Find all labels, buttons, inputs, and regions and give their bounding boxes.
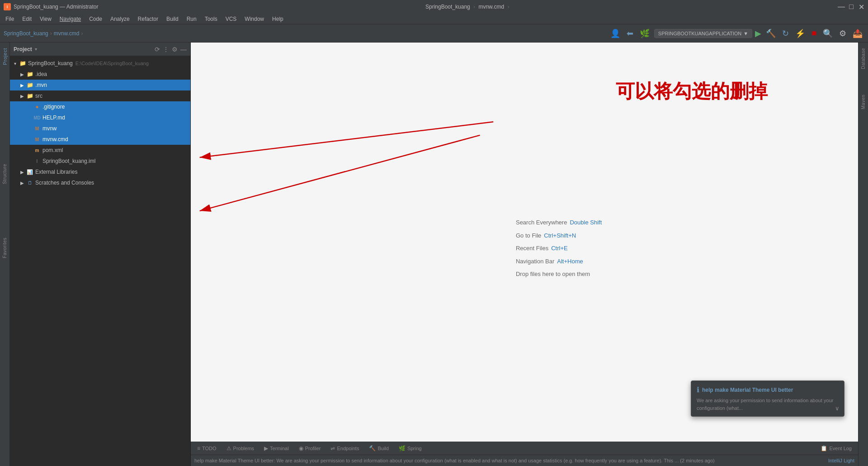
tab-build[interactable]: 🔨 Build — [364, 443, 393, 453]
tree-icon-src: 📁 — [26, 92, 33, 100]
back-button[interactable]: ⬅ — [625, 28, 635, 39]
tree-icon-help: MD — [33, 114, 41, 121]
tree-icon-iml: I — [33, 157, 41, 165]
tree-item-help-md[interactable]: ▶ MD HELP.md — [10, 112, 190, 123]
tree-label-mvn: .mvn — [35, 82, 47, 88]
notification-expand-button[interactable]: ∨ — [835, 405, 840, 412]
project-minimize-icon[interactable]: — — [180, 46, 187, 53]
tree-item-idea[interactable]: ▶ 📁 .idea — [10, 69, 190, 80]
tab-label-build: Build — [377, 446, 388, 451]
menu-help[interactable]: Help — [269, 15, 287, 23]
tab-event-log[interactable]: 📋 Event Log — [816, 443, 856, 453]
event-log-icon: 📋 — [821, 445, 827, 452]
notification-icon: ℹ — [697, 385, 699, 394]
tab-problems[interactable]: ⚠ Problems — [222, 443, 259, 453]
tab-terminal[interactable]: ▶ Terminal — [259, 443, 293, 453]
tree-label-iml: SpringBoot_kuang.iml — [42, 158, 95, 164]
menu-view[interactable]: View — [36, 15, 55, 23]
more-run-button[interactable]: ↻ — [780, 28, 791, 39]
build-tab-icon: 🔨 — [369, 445, 376, 452]
tab-label-terminal: Terminal — [270, 446, 289, 451]
sidebar-item-project[interactable]: Project — [1, 44, 9, 69]
user-icon[interactable]: 👤 — [609, 28, 622, 39]
tree-icon-gitignore: ● — [33, 103, 41, 110]
bottom-tabs-bar: ≡ TODO ⚠ Problems ▶ Terminal ◉ Profiler … — [191, 442, 858, 455]
sidebar-item-maven[interactable]: Maven — [860, 91, 867, 113]
menu-vcs[interactable]: VCS — [222, 15, 241, 23]
run-config-selector[interactable]: SPRINGBOOTKUANGAPPLICATION ▼ — [654, 29, 752, 38]
tree-item-iml[interactable]: ▶ I SpringBoot_kuang.iml — [10, 156, 190, 166]
tree-item-mvn[interactable]: ▶ 📁 .mvn — [10, 80, 190, 90]
spring-icon[interactable]: 🌿 — [638, 28, 651, 39]
shortcut-line-4: Navigation Bar Alt+Home — [516, 255, 602, 268]
app-icon: I — [4, 3, 11, 10]
shortcut-text-2: Go to File — [516, 229, 541, 242]
sidebar-item-favorites[interactable]: Favorites — [1, 234, 8, 262]
tree-icon-root: 📁 — [19, 60, 26, 67]
main-content: 可以将勾选的删掉 Search Everywhere Double Shift … — [191, 43, 858, 466]
toolbar-breadcrumb: SpringBoot_kuang › mvnw.cmd › — [4, 30, 83, 37]
menu-window[interactable]: Window — [241, 15, 268, 23]
tree-label-mvnw-cmd: mvnw.cmd — [42, 136, 68, 143]
shortcut-line-1: Search Everywhere Double Shift — [516, 216, 602, 229]
tab-endpoints[interactable]: ⇌ Endpoints — [326, 443, 363, 453]
tree-item-external-libs[interactable]: ▶ 📊 External Libraries — [10, 166, 190, 177]
terminal-icon: ▶ — [264, 445, 268, 452]
maximize-button[interactable]: □ — [848, 4, 854, 10]
run-config-name: SPRINGBOOTKUANGAPPLICATION — [658, 31, 741, 36]
minimize-button[interactable]: — — [838, 4, 844, 10]
run-button[interactable]: ▶ — [755, 29, 761, 38]
tree-item-scratches[interactable]: ▶ 🗒 Scratches and Consoles — [10, 177, 190, 188]
tab-label-event-log: Event Log — [829, 446, 852, 451]
project-sync-icon[interactable]: ⟳ — [155, 46, 160, 53]
toolbar: SpringBoot_kuang › mvnw.cmd › 👤 ⬅ 🌿 SPRI… — [0, 24, 868, 43]
menu-navigate[interactable]: Navigate — [56, 15, 85, 23]
menu-file[interactable]: File — [2, 15, 18, 23]
tab-todo[interactable]: ≡ TODO — [193, 443, 221, 453]
sidebar-item-structure[interactable]: Structure — [1, 160, 8, 188]
main-layout: Project Structure Favorites Project ▾ ⟳ … — [0, 43, 868, 466]
tab-spring[interactable]: 🌿 Spring — [394, 443, 426, 453]
tree-item-root[interactable]: ▾ 📁 SpringBoot_kuang E:\Code\IDEA\Spring… — [10, 58, 190, 69]
build-button[interactable]: 🔨 — [764, 28, 778, 39]
project-header-left: Project ▾ — [14, 46, 37, 52]
menu-build[interactable]: Build — [163, 15, 182, 23]
breadcrumb-file[interactable]: mvnw.cmd — [54, 30, 80, 37]
menu-code[interactable]: Code — [85, 15, 106, 23]
project-gear-icon[interactable]: ⚙ — [172, 46, 178, 53]
run-config-dropdown: ▼ — [743, 31, 748, 36]
settings-button[interactable]: ⚙ — [837, 28, 848, 39]
tb-file-path: SpringBoot_kuang — [425, 4, 470, 10]
menu-run[interactable]: Run — [183, 15, 200, 23]
menu-edit[interactable]: Edit — [19, 15, 35, 23]
project-collapse-all-icon[interactable]: ⋮ — [163, 46, 169, 53]
tree-label-idea: .idea — [35, 71, 47, 77]
tab-label-spring: Spring — [407, 446, 422, 451]
tree-item-mvnw-cmd[interactable]: ▶ M mvnw.cmd — [10, 134, 190, 145]
tab-profiler[interactable]: ◉ Profiler — [294, 443, 326, 453]
menu-tools[interactable]: Tools — [201, 15, 221, 23]
tree-arrow-mvn: ▶ — [19, 82, 25, 88]
sidebar-item-database[interactable]: Database — [860, 44, 867, 73]
theme-link[interactable]: IntelliJ Light — [828, 458, 854, 463]
todo-icon: ≡ — [197, 445, 200, 452]
stop-button[interactable]: ■ — [810, 28, 818, 39]
tree-icon-mvnw: M — [33, 125, 41, 132]
project-title: Project — [14, 46, 32, 52]
close-button[interactable]: ✕ — [858, 4, 864, 10]
title-bar-controls: — □ ✕ — [838, 4, 864, 10]
tree-item-gitignore[interactable]: ▶ ● .gitignore — [10, 101, 190, 112]
menu-refactor[interactable]: Refactor — [134, 15, 162, 23]
menu-analyze[interactable]: Analyze — [107, 15, 133, 23]
tree-item-src[interactable]: ▶ 📁 src — [10, 90, 190, 101]
tree-item-mvnw[interactable]: ▶ M mvnw — [10, 123, 190, 134]
tb-file1: mvnw.cmd — [478, 4, 504, 10]
coverage-button[interactable]: ⚡ — [793, 28, 807, 39]
title-bar-left: I SpringBoot_kuang — Administrator — [4, 3, 98, 10]
tree-item-pom[interactable]: ▶ m pom.xml — [10, 145, 190, 156]
breadcrumb-project[interactable]: SpringBoot_kuang — [4, 30, 48, 37]
search-button[interactable]: 🔍 — [821, 28, 835, 39]
project-dropdown-arrow[interactable]: ▾ — [35, 47, 37, 52]
open-in-button[interactable]: 📤 — [851, 28, 864, 39]
tree-label-scratches: Scratches and Consoles — [35, 180, 94, 186]
